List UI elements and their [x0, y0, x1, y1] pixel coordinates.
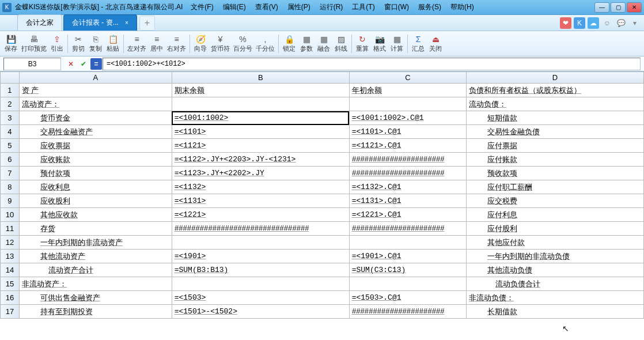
formula-confirm-button[interactable]: ✔	[78, 58, 89, 70]
menu-item[interactable]: 属性(P)	[284, 1, 314, 13]
cell-C3[interactable]: =<1001:1002>.C@1	[349, 111, 466, 125]
row-header[interactable]: 8	[1, 180, 20, 194]
row-header[interactable]: 10	[1, 208, 20, 222]
toolbar-close-button[interactable]: ⏏关闭	[427, 32, 444, 55]
cell-A13[interactable]: 其他流动资产	[19, 250, 172, 263]
toolbar-save-button[interactable]: 💾保存	[2, 32, 20, 55]
column-header-D[interactable]: D	[466, 72, 643, 84]
row-header[interactable]: 15	[1, 277, 20, 291]
cell-A16[interactable]: 可供出售金融资产	[19, 291, 172, 305]
row-header[interactable]: 9	[1, 194, 20, 208]
tray-icon-cloud[interactable]: ☁	[588, 17, 599, 29]
cell-B11[interactable]: ################################	[172, 222, 349, 236]
cell-A17[interactable]: 持有至到期投资	[19, 305, 172, 319]
cell-C10[interactable]: =<1221>.C@1	[349, 208, 466, 222]
toolbar-compute-button[interactable]: ▦计算	[388, 32, 406, 55]
cell-C13[interactable]: =<1901>.C@1	[349, 250, 466, 263]
formula-cancel-button[interactable]: ✕	[65, 58, 77, 70]
tray-icon-menu[interactable]: ▾	[629, 17, 641, 29]
cell-B10[interactable]: =<1221>	[172, 208, 349, 222]
cell-D14[interactable]: 其他流动负债	[466, 263, 643, 277]
tray-icon-1[interactable]: ❤	[560, 17, 571, 29]
cell-D2[interactable]: 流动负债：	[466, 97, 643, 111]
cell-C7[interactable]: ######################	[349, 167, 466, 180]
cell-C8[interactable]: =<1132>.C@1	[349, 180, 466, 194]
cell-C12[interactable]	[349, 236, 466, 250]
toolbar-paste-button[interactable]: 📋粘贴	[104, 32, 122, 55]
cell-C14[interactable]: =SUM(C3:C13)	[349, 263, 466, 277]
cell-D16[interactable]: 非流动负债：	[466, 291, 643, 305]
toolbar-wizard-button[interactable]: 🧭向导	[192, 32, 209, 55]
tab-report-active[interactable]: 会计报表 - 资... ×	[63, 14, 137, 31]
toolbar-align-right-button[interactable]: ≡右对齐	[165, 32, 188, 55]
cell-B15[interactable]	[172, 277, 349, 291]
menu-item[interactable]: 文件(F)	[187, 1, 217, 13]
cell-D3[interactable]: 短期借款	[466, 111, 643, 125]
toolbar-export-button[interactable]: ⇪引出	[48, 32, 66, 55]
menu-item[interactable]: 工具(T)	[348, 1, 378, 13]
cell-C4[interactable]: =<1101>.C@1	[349, 125, 466, 139]
spreadsheet-area[interactable]: ABCD 1资 产期末余额年初余额负债和所有者权益（或股东权益）2流动资产：流动…	[0, 71, 644, 340]
cell-B16[interactable]: =<1503>	[172, 291, 349, 305]
row-header[interactable]: 3	[1, 111, 20, 125]
cell-D8[interactable]: 应付职工薪酬	[466, 180, 643, 194]
cell-C17[interactable]: ######################	[349, 305, 466, 319]
row-header[interactable]: 1	[1, 84, 20, 97]
cell-B17[interactable]: =<1501>-<1502>	[172, 305, 349, 319]
toolbar-print-preview-button[interactable]: 🖶打印预览	[20, 32, 48, 55]
cell-A2[interactable]: 流动资产：	[19, 97, 172, 111]
cell-A5[interactable]: 应收票据	[19, 139, 172, 153]
cell-B7[interactable]: =<1123>.JY+<2202>.JY	[172, 167, 349, 180]
cell-C5[interactable]: =<1121>.C@1	[349, 139, 466, 153]
cell-D11[interactable]: 应付股利	[466, 222, 643, 236]
cell-D12[interactable]: 其他应付款	[466, 236, 643, 250]
toolbar-thousands-button[interactable]: ,千分位	[254, 32, 276, 55]
cell-C16[interactable]: =<1503>.C@1	[349, 291, 466, 305]
cell-A4[interactable]: 交易性金融资产	[19, 125, 172, 139]
cell-C11[interactable]: ######################	[349, 222, 466, 236]
toolbar-currency-button[interactable]: ¥货币符	[209, 32, 232, 55]
menu-item[interactable]: 窗口(W)	[381, 1, 412, 13]
cell-C2[interactable]	[349, 97, 466, 111]
tray-icon-smile[interactable]: ☺	[601, 17, 613, 29]
cell-B4[interactable]: =<1101>	[172, 125, 349, 139]
cell-C9[interactable]: =<1131>.C@1	[349, 194, 466, 208]
cell-B6[interactable]: =<1122>.JY+<2203>.JY-<1231>	[172, 153, 349, 167]
cell-A1[interactable]: 资 产	[19, 84, 172, 97]
toolbar-percent-button[interactable]: %百分号	[232, 32, 254, 55]
cell-D4[interactable]: 交易性金融负债	[466, 125, 643, 139]
cell-B8[interactable]: =<1132>	[172, 180, 349, 194]
row-header[interactable]: 14	[1, 263, 20, 277]
cell-C1[interactable]: 年初余额	[349, 84, 466, 97]
menu-item[interactable]: 运行(R)	[316, 1, 347, 13]
minimize-button[interactable]: —	[594, 2, 609, 13]
row-header[interactable]: 11	[1, 222, 20, 236]
toolbar-diagonal-button[interactable]: ▨斜线	[332, 32, 350, 55]
cell-B1[interactable]: 期末余额	[172, 84, 349, 97]
row-header[interactable]: 2	[1, 97, 20, 111]
cell-reference-box[interactable]: B3	[3, 58, 61, 70]
cell-C15[interactable]	[349, 277, 466, 291]
cell-B3[interactable]: =<1001:1002>	[172, 111, 349, 125]
tray-icon-chat[interactable]: 💬	[615, 17, 627, 29]
row-header[interactable]: 17	[1, 305, 20, 319]
cell-B2[interactable]	[172, 97, 349, 111]
row-header[interactable]: 4	[1, 125, 20, 139]
maximize-button[interactable]: ▢	[611, 2, 626, 13]
cell-D5[interactable]: 应付票据	[466, 139, 643, 153]
formula-equals-button[interactable]: =	[90, 58, 102, 70]
column-header-C[interactable]: C	[349, 72, 466, 84]
row-header[interactable]: 5	[1, 139, 20, 153]
toolbar-format-button[interactable]: 📷格式	[371, 32, 388, 55]
cell-A6[interactable]: 应收账款	[19, 153, 172, 167]
tab-home[interactable]: 会计之家	[17, 14, 62, 31]
row-header[interactable]: 7	[1, 167, 20, 180]
tab-close-icon[interactable]: ×	[125, 20, 128, 26]
cell-B14[interactable]: =SUM(B3:B13)	[172, 263, 349, 277]
cell-A8[interactable]: 应收利息	[19, 180, 172, 194]
cell-A10[interactable]: 其他应收款	[19, 208, 172, 222]
toolbar-copy-button[interactable]: ⎘复制	[87, 32, 104, 55]
cell-B12[interactable]	[172, 236, 349, 250]
cell-D17[interactable]: 长期借款	[466, 305, 643, 319]
cell-D15[interactable]: 流动负债合计	[466, 277, 643, 291]
